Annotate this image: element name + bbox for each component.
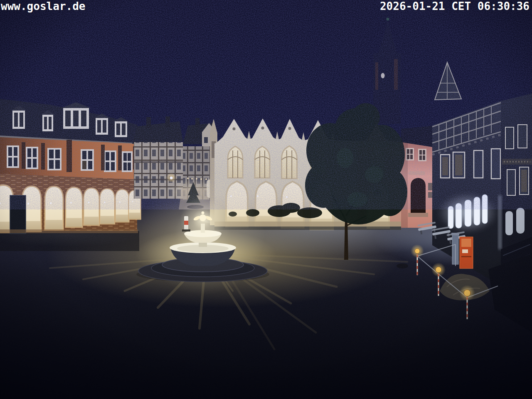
webcam-frame: www.goslar.de 2026-01-21 CET 06:30:36 <box>0 0 532 399</box>
marketplace-night-photo <box>0 0 532 399</box>
vignette <box>0 0 532 399</box>
webcam-timestamp: 2026-01-21 CET 06:30:36 <box>380 0 530 12</box>
webcam-site-label: www.goslar.de <box>1 0 86 12</box>
